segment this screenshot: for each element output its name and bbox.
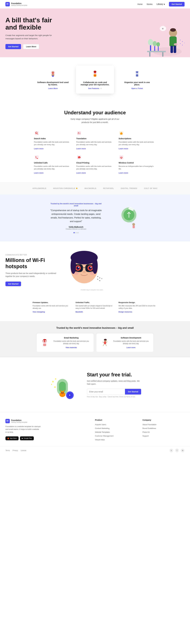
- svg-point-108: [104, 339, 107, 340]
- svg-rect-3: [8, 4, 9, 5]
- nav-cta-button[interactable]: Get Started: [169, 2, 184, 6]
- cta-illustration: ✦: [49, 368, 76, 401]
- feature-card-1: Software development tool used by teams.…: [34, 66, 72, 94]
- footer: Foundation Startup landing template Foun…: [0, 412, 190, 454]
- audience-item-2-link[interactable]: Learn more: [119, 148, 128, 150]
- svg-rect-0: [7, 3, 8, 4]
- star-icon: ★: [76, 187, 78, 190]
- footer-link-acquire[interactable]: Acquire Users: [95, 424, 106, 426]
- logo-digital-trends: DIGITAL TRENDS: [121, 187, 137, 189]
- audience-item-5-link[interactable]: Learn more: [119, 172, 128, 174]
- audience-item-0-link[interactable]: Learn more: [34, 148, 44, 150]
- cta-email-input[interactable]: [87, 389, 125, 394]
- facebook-icon[interactable]: f: [175, 448, 179, 452]
- testimonial-content: Trusted by the world's most innovative b…: [49, 202, 103, 233]
- svg-point-10: [156, 42, 160, 46]
- audience-item-4: Cloud Printing Foundation works with the…: [76, 155, 114, 174]
- feature-small-2-desc: We offer measures like 2FA and SSO to en…: [119, 304, 157, 310]
- footer-link-inbox[interactable]: Virtual Inbox: [95, 439, 105, 441]
- hero-learn-more-button[interactable]: Learn More: [23, 44, 39, 49]
- svg-line-106: [103, 344, 104, 346]
- twitter-icon[interactable]: 𝕏: [169, 448, 173, 452]
- svg-point-23: [174, 43, 178, 45]
- nav-logo[interactable]: Foundation Startup landing template: [6, 2, 27, 6]
- dev-icon: [48, 70, 58, 79]
- wifi-illustration: A better way to acquire new users: [65, 250, 103, 291]
- trusted-card-0-content: Email Marketing Foundation works with th…: [52, 337, 90, 348]
- svg-point-32: [52, 72, 53, 72]
- footer-link-content[interactable]: Content Marketing: [95, 427, 109, 429]
- footer-terms-link[interactable]: Terms: [6, 450, 10, 452]
- svg-rect-11: [147, 51, 166, 52]
- app-store-badge[interactable]: 🍎 App Store: [6, 436, 19, 440]
- feature-card-3-link[interactable]: Open a Ticket: [131, 87, 143, 90]
- wifi-heading: Millions of Wi-Fi hotspots: [6, 257, 57, 270]
- feature-small-0-title: Firmware Updates.: [33, 302, 71, 304]
- footer-privacy-link[interactable]: Privacy: [13, 450, 18, 452]
- wireless-icon: [119, 155, 124, 160]
- footer-brand: Foundation Startup landing template Foun…: [6, 419, 89, 442]
- footer-logo-sub: Startup landing template: [11, 421, 27, 423]
- audience-item-5-title: Wireless Control: [119, 162, 156, 164]
- wifi-get-started-button[interactable]: Get Started: [6, 282, 21, 286]
- feature-card-2-link[interactable]: See Features: [88, 87, 99, 90]
- footer-license-link[interactable]: License: [21, 450, 26, 452]
- nav-stories[interactable]: Stories: [147, 3, 153, 5]
- footer-brand-desc: Foundation is a website template for sta…: [6, 425, 41, 434]
- svg-point-21: [182, 44, 183, 45]
- logo-appleworld: AppleWorld: [32, 187, 46, 189]
- dot-1[interactable]: [73, 232, 75, 233]
- nav-home[interactable]: Home: [137, 3, 142, 5]
- testimonial-author: Viella Malkovich Creative Director at Jo…: [49, 226, 103, 230]
- feature-small-2-link[interactable]: Design resources: [119, 311, 132, 313]
- svg-point-20: [180, 43, 181, 44]
- footer-link-brand[interactable]: Brand Guidelines: [142, 427, 156, 429]
- svg-rect-110: [59, 382, 66, 392]
- audience-item-4-link[interactable]: Learn more: [76, 172, 86, 174]
- svg-rect-72: [133, 226, 135, 228]
- audience-item-3-link[interactable]: Learn more: [34, 172, 44, 174]
- footer-link-support[interactable]: Support: [142, 435, 149, 437]
- audience-item-1-link[interactable]: Learn more: [76, 148, 86, 150]
- trusted-card-0-link[interactable]: View materials: [66, 346, 77, 348]
- audience-item-1: A 文 Translation Foundation works with th…: [76, 130, 114, 150]
- feature-small-1-desc: Get started with our simple snippet of J…: [76, 304, 115, 310]
- svg-point-19: [182, 41, 183, 42]
- cloud-icon: [76, 155, 82, 160]
- trusted-card-1-desc: Foundation works with the tools and serv…: [112, 340, 150, 345]
- svg-point-18: [180, 40, 181, 40]
- google-play-label: Google Play: [24, 438, 32, 439]
- svg-point-6: [148, 39, 153, 45]
- linkedin-icon[interactable]: in: [181, 448, 184, 452]
- feature-small-1-link[interactable]: Bandwith: [76, 311, 83, 313]
- footer-link-templates[interactable]: Website Templates: [95, 431, 110, 433]
- svg-point-93: [99, 280, 100, 281]
- cta-submit-button[interactable]: Get Started: [125, 389, 141, 394]
- svg-point-114: [54, 386, 56, 388]
- search-index-icon: [34, 130, 39, 136]
- hero-get-started-button[interactable]: Get Started: [6, 44, 21, 49]
- svg-point-43: [94, 75, 96, 76]
- feature-small-2: Responsive Design. We offer measures lik…: [119, 302, 157, 313]
- footer-link-customer[interactable]: Customer Management: [95, 435, 114, 437]
- testimonial-author-title: Creative Director at Johnson: [49, 228, 103, 230]
- dot-3[interactable]: [77, 232, 78, 233]
- hero-illustration: ✿: [138, 23, 184, 57]
- svg-text:文: 文: [79, 132, 81, 134]
- svg-point-83: [90, 267, 91, 268]
- trusted-card-1-link[interactable]: Learn more: [127, 346, 135, 348]
- footer-link-press[interactable]: Press Kit: [142, 431, 150, 433]
- testimonial-author-name: Viella Malkovich: [49, 226, 103, 228]
- svg-point-82: [78, 267, 79, 268]
- svg-point-94: [101, 278, 102, 279]
- cta-heading: Start your free trial.: [87, 372, 141, 378]
- footer-link-about[interactable]: About Foundation: [142, 424, 156, 426]
- google-play-badge[interactable]: ▶ Google Play: [20, 436, 34, 440]
- testimonial-section: Trusted by the world's most innovative b…: [0, 194, 190, 242]
- dot-2[interactable]: [75, 232, 76, 233]
- trusted-cards: Email Marketing Foundation works with th…: [6, 334, 184, 352]
- logo-subtitle: Startup landing template: [11, 4, 27, 6]
- nav-library-dropdown[interactable]: Library ▾: [157, 3, 165, 6]
- feature-card-1-link[interactable]: Learn More: [48, 87, 58, 90]
- feature-small-0-link[interactable]: View changelog: [33, 311, 45, 313]
